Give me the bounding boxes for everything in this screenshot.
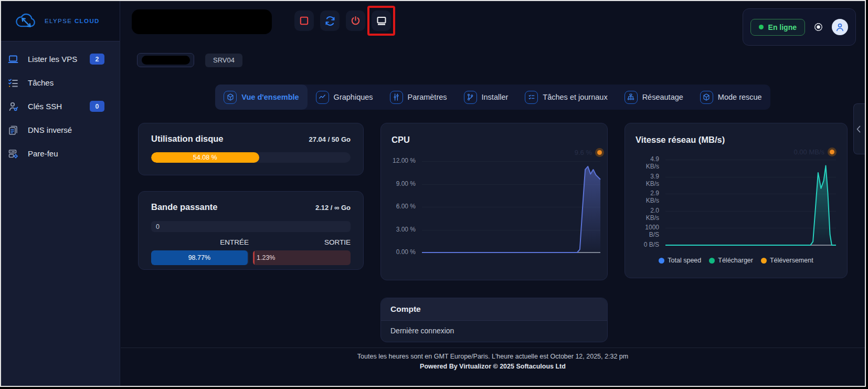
tab-label: Réseautage bbox=[642, 93, 683, 101]
laptop-icon bbox=[7, 54, 19, 65]
status-badge[interactable]: En ligne bbox=[750, 19, 805, 36]
reverse-dns-icon bbox=[7, 124, 19, 136]
sidebar-nav: Lister les VPS 2 Tâches bbox=[1, 41, 120, 165]
cpu-current-value: 9.6 % bbox=[575, 149, 602, 156]
cpu-series bbox=[422, 161, 600, 253]
sidebar-item-label: Tâches bbox=[28, 78, 54, 87]
sidebar: ELYPSE CLOUD Lister les VPS 2 bbox=[1, 1, 120, 386]
sidebar-item-label: Clés SSH bbox=[28, 102, 62, 111]
avatar[interactable] bbox=[832, 19, 848, 35]
cube-icon bbox=[224, 91, 237, 104]
bandwidth-card-title: Bande passante bbox=[151, 202, 218, 212]
sidebar-item-taches[interactable]: Tâches bbox=[1, 71, 120, 94]
git-branch-icon bbox=[464, 91, 477, 104]
network-chart: 4.9 KB/s3.9 KB/s2.9 KB/s2.0 KB/s1000 B/S… bbox=[636, 160, 836, 245]
console-button-wrapper bbox=[372, 10, 391, 31]
y-tick-label: 0.00 % bbox=[391, 248, 416, 256]
disk-usage-card: Utilisation disque 27.04 / 50 Go 54.08 % bbox=[138, 123, 364, 175]
account-card: Compte Dernière connexion bbox=[380, 298, 608, 342]
tab-mode-rescue[interactable]: Mode rescue bbox=[692, 85, 770, 110]
brand-name: ELYPSE CLOUD bbox=[45, 18, 100, 24]
tag-row: SRV04 bbox=[137, 53, 865, 67]
last-login-row[interactable]: Dernière connexion bbox=[381, 321, 607, 342]
sidebar-item-dns-inverse[interactable]: DNS inversé bbox=[1, 118, 120, 142]
theme-toggle-sun-icon[interactable] bbox=[812, 21, 824, 33]
tab-label: Vue d'ensemble bbox=[241, 93, 299, 101]
tab-label: Installer bbox=[482, 93, 509, 101]
y-tick-label: 3.9 KB/s bbox=[636, 173, 659, 187]
bandwidth-counter: 0 bbox=[156, 223, 160, 230]
y-tick-label: 0 B/S bbox=[636, 241, 659, 248]
task-list-icon bbox=[7, 77, 19, 89]
drawer-toggle-handle[interactable] bbox=[853, 103, 865, 154]
online-dot-icon bbox=[759, 25, 764, 29]
logo-area: ELYPSE CLOUD bbox=[1, 1, 120, 41]
sortie-fill bbox=[253, 250, 255, 265]
restart-icon bbox=[324, 15, 336, 27]
column-middle: CPU 9.6 % 12.00 %9.00 %6.00 %3.00 %0.00 … bbox=[380, 123, 608, 342]
vps-count-badge: 2 bbox=[90, 54, 104, 65]
disk-usage-meter: 54.08 % bbox=[151, 152, 351, 163]
tab-reseautage[interactable]: Réseautage bbox=[616, 85, 692, 110]
legend-dot-icon bbox=[709, 258, 715, 264]
legend-item: Télécharger bbox=[709, 257, 753, 264]
user-icon bbox=[835, 22, 845, 32]
rescue-cube-icon bbox=[700, 91, 713, 104]
sidebar-item-label: DNS inversé bbox=[28, 125, 72, 134]
y-tick-label: 1000 B/S bbox=[636, 224, 659, 238]
tab-vue-densemble[interactable]: Vue d'ensemble bbox=[215, 85, 307, 110]
console-button[interactable] bbox=[372, 10, 391, 31]
power-off-button[interactable] bbox=[346, 10, 365, 31]
marker-dot-icon bbox=[830, 150, 834, 154]
ssh-count-badge: 0 bbox=[90, 101, 104, 112]
y-tick-label: 9.00 % bbox=[391, 180, 416, 187]
y-tick-label: 3.00 % bbox=[391, 226, 416, 233]
y-tick-label: 12.00 % bbox=[391, 157, 416, 164]
server-tag-chip: SRV04 bbox=[205, 54, 242, 67]
marker-dot-icon bbox=[597, 150, 602, 155]
legend-dot-icon bbox=[659, 258, 664, 264]
powered-by: Powered By Virtualizor © 2025 Softaculou… bbox=[121, 363, 865, 370]
sidebar-item-pare-feu[interactable]: Pare-feu bbox=[1, 142, 120, 165]
timezone-note: Toutes les heures sont en GMT Europe/Par… bbox=[121, 353, 865, 360]
footer: Toutes les heures sont en GMT Europe/Par… bbox=[121, 348, 865, 370]
cpu-chart: 12.00 %9.00 %6.00 %3.00 %0.00 % bbox=[391, 161, 600, 253]
line-chart-icon bbox=[316, 91, 329, 104]
firewall-icon bbox=[7, 148, 19, 160]
network-current-value: 0.00 MB/s bbox=[793, 148, 834, 156]
vps-actions bbox=[294, 10, 391, 31]
stop-icon bbox=[299, 15, 310, 26]
entree-fill: 98.77% bbox=[151, 250, 248, 265]
sidebar-item-label: Lister les VPS bbox=[28, 55, 77, 64]
tab-graphiques[interactable]: Graphiques bbox=[308, 85, 382, 110]
tab-taches-et-journaux[interactable]: Tâches et journaux bbox=[516, 85, 616, 110]
tab-label: Tâches et journaux bbox=[543, 93, 607, 101]
console-icon bbox=[376, 15, 387, 27]
disk-usage-fill: 54.08 % bbox=[151, 152, 259, 163]
hostname-chip-redacted bbox=[137, 53, 194, 67]
entree-bar: 98.77% bbox=[151, 250, 249, 265]
sidebar-item-label: Pare-feu bbox=[28, 149, 58, 158]
content: Utilisation disque 27.04 / 50 Go 54.08 %… bbox=[138, 123, 865, 342]
tab-parametres[interactable]: Paramètres bbox=[382, 85, 456, 110]
cpu-chart-card: CPU 9.6 % 12.00 %9.00 %6.00 %3.00 %0.00 … bbox=[380, 123, 608, 280]
chevron-left-icon bbox=[856, 125, 861, 133]
tab-label: Paramètres bbox=[408, 93, 447, 101]
stop-button[interactable] bbox=[294, 10, 314, 31]
list-check-icon bbox=[525, 91, 538, 104]
user-cluster: En ligne bbox=[743, 8, 856, 46]
ssh-key-icon bbox=[7, 101, 19, 112]
tab-installer[interactable]: Installer bbox=[456, 85, 517, 110]
network-chart-title: Vitesse réseau (MB/s) bbox=[636, 135, 725, 145]
network-chart-card: Vitesse réseau (MB/s) 0.00 MB/s 4.9 KB/s… bbox=[624, 123, 848, 278]
cpu-chart-title: CPU bbox=[391, 135, 410, 145]
legend-item: Téléversement bbox=[761, 257, 813, 264]
sidebar-item-cles-ssh[interactable]: Clés SSH 0 bbox=[1, 94, 120, 118]
restart-button[interactable] bbox=[320, 10, 340, 31]
sliders-icon bbox=[390, 91, 403, 104]
column-right: Vitesse réseau (MB/s) 0.00 MB/s 4.9 KB/s… bbox=[624, 123, 848, 278]
status-label: En ligne bbox=[768, 23, 797, 31]
app-window: ELYPSE CLOUD Lister les VPS 2 bbox=[0, 0, 866, 387]
sidebar-item-lister-les-vps[interactable]: Lister les VPS 2 bbox=[1, 47, 120, 71]
hostname-redaction bbox=[142, 56, 190, 65]
